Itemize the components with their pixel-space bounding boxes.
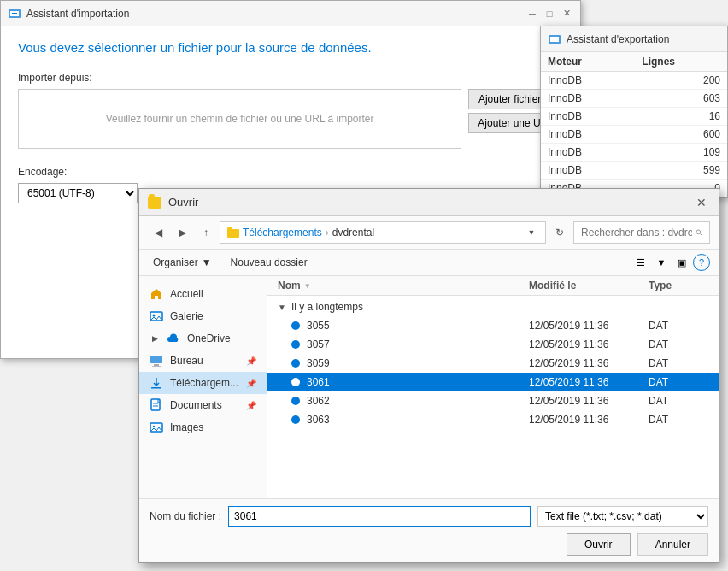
sidebar-label-telechargements: Téléchargem...	[170, 377, 238, 389]
file-row[interactable]: 3057 12/05/2019 11:36 DAT	[267, 335, 719, 354]
file-name: 3063	[307, 414, 330, 426]
home-icon	[150, 287, 163, 301]
file-name-input[interactable]	[228, 506, 531, 527]
file-name-cell: 3055	[291, 320, 529, 332]
sidebar-item-galerie[interactable]: Galerie	[139, 305, 267, 327]
sidebar-item-onedrive[interactable]: ▶ OneDrive	[139, 327, 267, 350]
details-view-button[interactable]: ▼	[652, 253, 671, 272]
sidebar-item-bureau[interactable]: Bureau 📌	[139, 350, 267, 372]
export-cell-moteur: InnoDB	[541, 90, 635, 108]
export-row: InnoDB16	[541, 108, 727, 126]
col-header-modified[interactable]: Modifié le	[529, 280, 649, 291]
breadcrumb-bar: Téléchargements › dvdrental ▼	[220, 221, 546, 244]
list-view-button[interactable]: ☰	[631, 253, 650, 272]
svg-rect-6	[227, 227, 232, 230]
export-table: Moteur Lignes InnoDB200InnoDB603InnoDB16…	[541, 52, 727, 197]
export-titlebar: Assistant d'exportation	[541, 26, 727, 52]
import-titlebar: Assistant d'importation ─ □ ✕	[1, 1, 580, 26]
breadcrumb-path2[interactable]: dvdrental	[332, 227, 374, 238]
file-modified: 12/05/2019 11:36	[529, 395, 649, 407]
import-title: Assistant d'importation	[26, 8, 129, 20]
file-sidebar: Accueil Galerie ▶ OneDrive	[139, 276, 267, 498]
svg-rect-11	[150, 356, 162, 363]
export-cell-moteur: InnoDB	[541, 126, 635, 144]
file-name-row: Nom du fichier : Text file (*.txt; *.csv…	[150, 506, 708, 527]
maximize-button[interactable]: □	[543, 7, 556, 21]
svg-rect-13	[152, 366, 161, 367]
pin-icon-docs: 📌	[246, 401, 256, 410]
expand-icon: ▶	[150, 333, 160, 344]
export-cell-moteur: InnoDB	[541, 162, 635, 180]
file-actions: Organiser ▼ Nouveau dossier ☰ ▼ ▣ ?	[139, 250, 719, 276]
export-cell-lignes: 16	[635, 108, 727, 126]
organize-arrow: ▼	[202, 256, 212, 268]
close-import-button[interactable]: ✕	[560, 7, 573, 21]
svg-rect-2	[12, 13, 17, 14]
export-row: InnoDB600	[541, 126, 727, 144]
import-titlebar-left: Assistant d'importation	[8, 7, 129, 21]
file-row[interactable]: 3059 12/05/2019 11:36 DAT	[267, 354, 719, 373]
col-header-type[interactable]: Type	[649, 280, 708, 291]
encoding-select[interactable]: 65001 (UTF-8)	[18, 183, 138, 203]
refresh-button[interactable]: ↻	[549, 222, 570, 243]
forward-button[interactable]: ▶	[172, 222, 192, 243]
minimize-button[interactable]: ─	[525, 7, 539, 21]
file-type-select[interactable]: Text file (*.txt; *.csv; *.dat)	[537, 506, 708, 527]
help-button[interactable]: ?	[693, 254, 710, 271]
export-cell-moteur: InnoDB	[541, 108, 635, 126]
cancel-button[interactable]: Annuler	[637, 533, 708, 556]
file-bottom: Nom du fichier : Text file (*.txt; *.csv…	[139, 498, 719, 562]
col-moteur: Moteur	[541, 52, 635, 72]
grid-view-button[interactable]: ▣	[672, 253, 691, 272]
sidebar-label-galerie: Galerie	[170, 310, 203, 322]
svg-rect-12	[154, 364, 159, 366]
file-row[interactable]: 3062 12/05/2019 11:36 DAT	[267, 391, 719, 410]
svg-point-20	[153, 426, 155, 427]
sidebar-label-bureau: Bureau	[170, 355, 203, 367]
svg-point-7	[696, 230, 701, 234]
view-buttons: ☰ ▼ ▣ ?	[631, 253, 710, 272]
export-icon	[548, 33, 561, 45]
search-input[interactable]	[581, 227, 692, 238]
download-icon	[150, 376, 163, 390]
file-indicator	[291, 415, 300, 424]
file-name-cell: 3057	[291, 338, 529, 350]
export-row: InnoDB109	[541, 144, 727, 162]
file-name-cell: 3063	[291, 414, 529, 426]
file-indicator	[291, 321, 300, 330]
file-list: Nom ▼ Modifié le Type ▼ Il y a longtemps…	[267, 276, 719, 498]
file-type: DAT	[649, 395, 708, 407]
sidebar-item-images[interactable]: Images	[139, 416, 267, 439]
sidebar-label-images: Images	[170, 421, 203, 433]
sidebar-item-accueil[interactable]: Accueil	[139, 283, 267, 305]
back-button[interactable]: ◀	[148, 222, 168, 243]
file-path-box: Veuillez fournir un chemin de fichier ou…	[18, 89, 461, 149]
col-header-nom[interactable]: Nom ▼	[278, 280, 529, 291]
organize-button[interactable]: Organiser ▼	[148, 254, 217, 271]
file-type: DAT	[649, 414, 708, 426]
breadcrumb-dropdown[interactable]: ▼	[525, 226, 538, 239]
export-cell-moteur: InnoDB	[541, 144, 635, 162]
file-dialog: Ouvrir ✕ ◀ ▶ ↑ Téléchargements › dvdrent…	[138, 188, 719, 563]
up-button[interactable]: ↑	[196, 222, 216, 243]
sidebar-item-telechargements[interactable]: Téléchargem... 📌	[139, 372, 267, 394]
document-icon	[150, 398, 163, 412]
file-row[interactable]: 3055 12/05/2019 11:36 DAT	[267, 316, 719, 335]
close-dialog-button[interactable]: ✕	[693, 194, 710, 211]
sidebar-item-documents[interactable]: Documents 📌	[139, 394, 267, 416]
sidebar-label-accueil: Accueil	[170, 288, 203, 300]
file-row[interactable]: 3063 12/05/2019 11:36 DAT	[267, 410, 719, 429]
breadcrumb-path1[interactable]: Téléchargements	[243, 227, 322, 238]
encoding-label: Encodage:	[18, 166, 563, 178]
sidebar-label-documents: Documents	[170, 399, 222, 411]
new-folder-button[interactable]: Nouveau dossier	[224, 254, 314, 271]
export-title: Assistant d'exportation	[567, 33, 669, 45]
group-collapse-arrow[interactable]: ▼	[278, 303, 286, 312]
file-name: 3059	[307, 357, 330, 369]
import-from-label: Importer depuis:	[18, 72, 563, 84]
file-indicator	[291, 397, 300, 405]
file-row[interactable]: 3061 12/05/2019 11:36 DAT	[267, 373, 719, 391]
file-type: DAT	[649, 338, 708, 350]
sort-arrow: ▼	[304, 282, 311, 290]
open-button[interactable]: Ouvrir	[567, 533, 631, 556]
